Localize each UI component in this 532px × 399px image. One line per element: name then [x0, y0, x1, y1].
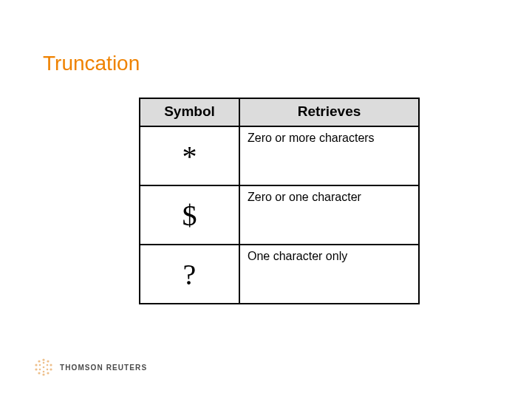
desc-cell: Zero or more characters: [239, 126, 419, 185]
page-title: Truncation: [43, 52, 489, 75]
svg-point-16: [43, 366, 45, 369]
svg-point-7: [35, 368, 37, 370]
table-row: ? One character only: [140, 245, 419, 304]
truncation-table-wrap: Symbol Retrieves * Zero or more characte…: [139, 98, 420, 304]
svg-point-0: [42, 358, 44, 361]
table-row: $ Zero or one character: [140, 185, 419, 245]
header-symbol: Symbol: [140, 98, 239, 126]
svg-point-9: [38, 360, 40, 362]
svg-point-3: [50, 368, 52, 370]
svg-point-15: [39, 364, 41, 366]
svg-point-4: [47, 372, 49, 374]
svg-point-10: [43, 362, 45, 364]
svg-point-2: [50, 364, 52, 366]
svg-point-1: [47, 360, 49, 362]
symbol-cell: *: [140, 126, 239, 185]
table-row: * Zero or more characters: [140, 126, 419, 185]
brand-text: THOMSON REUTERS: [60, 364, 147, 372]
thomson-reuters-icon: [34, 358, 53, 377]
svg-point-11: [47, 364, 49, 366]
svg-point-8: [35, 364, 37, 366]
footer-logo: THOMSON REUTERS: [34, 358, 147, 377]
desc-cell: One character only: [239, 245, 419, 304]
symbol-cell: $: [140, 185, 239, 245]
slide: Truncation Symbol Retrieves * Zero or mo…: [0, 0, 532, 399]
truncation-table: Symbol Retrieves * Zero or more characte…: [139, 98, 420, 304]
svg-point-14: [39, 369, 41, 371]
desc-cell: Zero or one character: [239, 185, 419, 245]
svg-point-5: [42, 373, 44, 375]
svg-point-12: [47, 369, 49, 371]
svg-point-13: [43, 371, 45, 373]
svg-point-6: [38, 372, 40, 374]
symbol-cell: ?: [140, 245, 239, 304]
table-header-row: Symbol Retrieves: [140, 98, 419, 126]
header-retrieves: Retrieves: [239, 98, 419, 126]
